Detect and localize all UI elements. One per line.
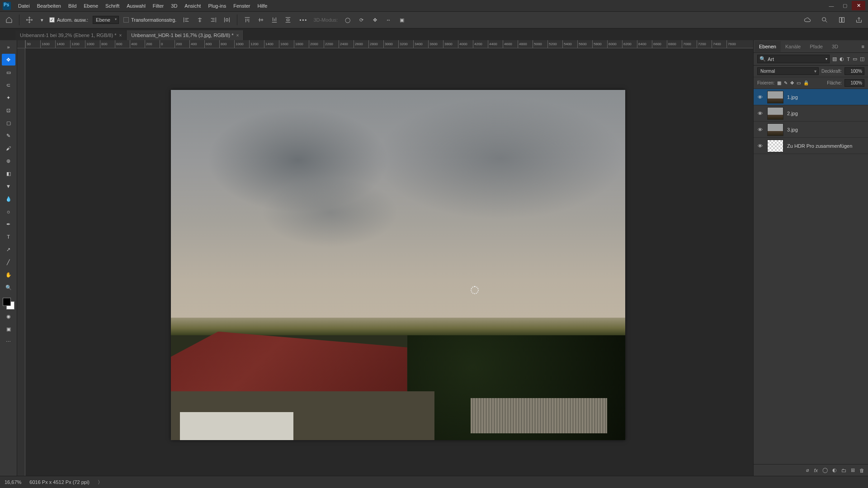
fill-value[interactable]: 100% [844,79,864,87]
crop-tool[interactable]: ⊡ [2,104,15,116]
menu-filter[interactable]: Filter [149,1,167,10]
lock-pixels-icon[interactable]: ▦ [777,80,781,85]
cloud-icon[interactable] [802,14,813,25]
layer-visibility-icon[interactable]: 👁 [756,143,764,149]
layer-row[interactable]: 👁3.jpg [754,122,868,138]
eyedropper-alt-tool[interactable]: ✎ [2,130,15,141]
share-icon[interactable] [854,14,864,25]
align-bottom-icon[interactable] [269,14,280,25]
new-layer-icon[interactable]: ⊞ [851,467,855,473]
panel-tab-pfade[interactable]: Pfade [805,41,827,52]
gradient-tool[interactable]: ▼ [2,180,15,192]
align-middle-icon[interactable] [255,14,266,25]
menu-schrift[interactable]: Schrift [102,1,123,10]
move-tool[interactable]: ✥ [2,54,15,66]
panel-tab-ebenen[interactable]: Ebenen [755,41,781,52]
quick-mask-icon[interactable]: ◉ [2,310,15,322]
pen-tool[interactable]: ✒ [2,218,15,230]
layer-visibility-icon[interactable]: 👁 [756,94,764,100]
workspace-icon[interactable] [836,14,847,25]
align-left-icon[interactable] [181,14,192,25]
menu-bild[interactable]: Bild [65,1,80,10]
link-layers-icon[interactable]: ⌀ [806,467,809,473]
clone-tool[interactable]: ⊛ [2,155,15,167]
more-options-icon[interactable]: ••• [298,14,309,25]
layer-search[interactable]: 🔍 Art ▾ [757,55,830,63]
artboard-tool[interactable]: ▭ [2,66,15,78]
document-canvas[interactable] [171,90,625,440]
menu-fenster[interactable]: Fenster [230,1,254,10]
layer-visibility-icon[interactable]: 👁 [756,111,764,116]
tool-preset-dropdown-icon[interactable]: ▾ [39,14,45,25]
zoom-level[interactable]: 16,67% [5,479,21,485]
line-tool[interactable]: ╱ [2,256,15,268]
delete-layer-icon[interactable]: 🗑 [859,468,864,473]
search-icon[interactable] [819,14,830,25]
distribute-v-icon[interactable] [283,14,293,25]
document-tab[interactable]: Unbenannt_HDR-1 bei 16,7% (3.jpg, RGB/8)… [127,30,244,40]
align-center-h-icon[interactable] [194,14,205,25]
lock-all-icon[interactable]: 🔒 [803,80,809,85]
layer-name[interactable]: 3.jpg [787,127,798,132]
panel-tab-kanäle[interactable]: Kanäle [781,41,805,52]
menu-bearbeiten[interactable]: Bearbeiten [33,1,65,10]
path-tool[interactable]: ↗ [2,244,15,255]
menu-datei[interactable]: Datei [14,1,33,10]
home-icon[interactable] [4,14,14,25]
type-tool[interactable]: T [2,231,15,243]
lock-brush-icon[interactable]: ✎ [784,80,788,85]
layer-thumbnail[interactable] [767,123,783,136]
lock-position-icon[interactable]: ✥ [790,80,794,85]
menu-ansicht[interactable]: Ansicht [181,1,204,10]
filter-adjustment-icon[interactable]: ◐ [840,56,844,62]
canvas-area[interactable]: 3016001400120010008006004002000200400600… [17,40,753,476]
transform-controls-checkbox[interactable]: Transformationsstrg. [123,17,176,23]
layer-mask-icon[interactable]: ◯ [822,467,828,473]
wand-tool[interactable]: ✦ [2,92,15,103]
move-tool-icon[interactable] [24,14,35,25]
filter-smart-icon[interactable]: ◫ [860,56,864,62]
lasso-tool[interactable]: ⊂ [2,79,15,91]
zoom-tool[interactable]: 🔍 [2,282,15,293]
panel-menu-icon[interactable]: ≡ [859,44,867,49]
document-info[interactable]: 6016 Px x 4512 Px (72 ppi) [29,479,90,485]
frame-tool[interactable]: ▢ [2,117,15,129]
close-tab-icon[interactable]: × [236,33,239,38]
layer-thumbnail[interactable] [767,107,783,120]
filter-type-icon[interactable]: T [847,56,850,62]
layer-row[interactable]: 👁Zu HDR Pro zusammenfügen [754,138,868,154]
layer-name[interactable]: 2.jpg [787,111,798,116]
filter-shape-icon[interactable]: ▭ [853,56,857,62]
layer-row[interactable]: 👁2.jpg [754,105,868,122]
filter-image-icon[interactable]: ▧ [832,56,837,62]
lock-artboard-icon[interactable]: ▭ [797,80,801,85]
opacity-value[interactable]: 100% [844,67,864,75]
align-right-icon[interactable] [208,14,219,25]
adjustment-layer-icon[interactable]: ◐ [832,467,837,473]
layer-group-icon[interactable]: 🗀 [841,468,846,473]
color-swatches[interactable] [3,298,14,310]
expand-toolbox-icon[interactable]: » [2,41,15,53]
close-button[interactable]: ✕ [852,1,865,10]
fg-color-swatch[interactable] [3,298,11,306]
align-top-icon[interactable] [242,14,253,25]
distribute-h-icon[interactable] [222,14,232,25]
eraser-tool[interactable]: ◧ [2,168,15,179]
document-tab[interactable]: Unbenannt-1 bei 39,2% (Ebene 1, RGB/8) *… [15,30,127,40]
menu-auswahl[interactable]: Auswahl [123,1,149,10]
dodge-tool[interactable]: ☼ [2,206,15,217]
hand-tool[interactable]: ✋ [2,269,15,281]
vertical-ruler[interactable] [17,48,25,476]
menu-hilfe[interactable]: Hilfe [254,1,271,10]
blend-mode-dropdown[interactable]: Normal [757,67,819,75]
ruler-origin[interactable] [17,40,25,48]
layer-name[interactable]: Zu HDR Pro zusammenfügen [787,143,852,149]
layer-row[interactable]: 👁1.jpg [754,89,868,105]
screen-mode-icon[interactable]: ▣ [2,323,15,335]
close-tab-icon[interactable]: × [119,33,122,38]
panel-tab-3d[interactable]: 3D [827,41,843,52]
layer-fx-icon[interactable]: fx [814,468,818,473]
layer-thumbnail[interactable] [767,140,783,152]
layer-visibility-icon[interactable]: 👁 [756,127,764,132]
horizontal-ruler[interactable]: 3016001400120010008006004002000200400600… [25,40,753,48]
